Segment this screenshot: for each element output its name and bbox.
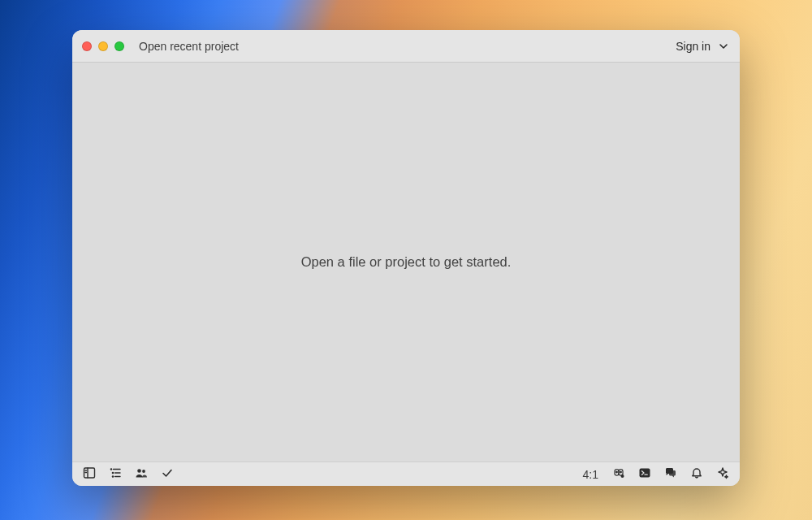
cursor-position[interactable]: 4:1 [580, 468, 602, 481]
chevron-down-icon [719, 41, 728, 51]
chat-icon [664, 466, 677, 483]
bell-icon [690, 466, 703, 483]
sign-in-button[interactable]: Sign in [674, 37, 730, 56]
maximize-window-button[interactable] [114, 41, 124, 51]
sign-in-label: Sign in [676, 40, 710, 53]
copilot-button[interactable] [611, 467, 626, 482]
svg-rect-15 [640, 468, 650, 477]
minimize-window-button[interactable] [98, 41, 108, 51]
desktop-background: Open recent project Sign in Open a file … [0, 0, 812, 520]
close-window-button[interactable] [82, 41, 92, 51]
editor-area: Open a file or project to get started. [72, 63, 740, 462]
svg-point-11 [142, 470, 145, 473]
svg-point-10 [137, 469, 141, 473]
status-right-group [611, 467, 730, 482]
copilot-icon [612, 466, 625, 483]
window-titlebar: Open recent project Sign in [72, 30, 740, 63]
project-panel-button[interactable] [82, 467, 97, 482]
window-controls [82, 41, 124, 51]
terminal-button[interactable] [637, 467, 652, 482]
notifications-button[interactable] [689, 467, 704, 482]
svg-point-12 [616, 471, 618, 473]
collab-panel-button[interactable] [134, 467, 149, 482]
project-panel-icon [83, 466, 96, 483]
svg-point-6 [112, 472, 113, 473]
diagnostics-check-icon [161, 466, 174, 483]
svg-point-14 [621, 474, 624, 478]
empty-state-message: Open a file or project to get started. [301, 254, 512, 270]
diagnostics-button[interactable] [160, 467, 175, 482]
sparkle-icon [716, 466, 729, 483]
status-bar: 4:1 [72, 462, 740, 486]
outline-panel-button[interactable] [108, 467, 123, 482]
assistant-button[interactable] [715, 467, 730, 482]
status-left-group [82, 467, 175, 482]
svg-point-8 [112, 475, 113, 476]
collab-panel-icon [135, 466, 148, 483]
chat-panel-button[interactable] [663, 467, 678, 482]
recent-projects-button[interactable]: Open recent project [139, 40, 239, 53]
svg-point-13 [620, 471, 622, 473]
outline-panel-icon [109, 466, 122, 483]
terminal-icon [638, 466, 651, 483]
editor-window: Open recent project Sign in Open a file … [72, 30, 740, 486]
svg-point-4 [110, 468, 111, 469]
